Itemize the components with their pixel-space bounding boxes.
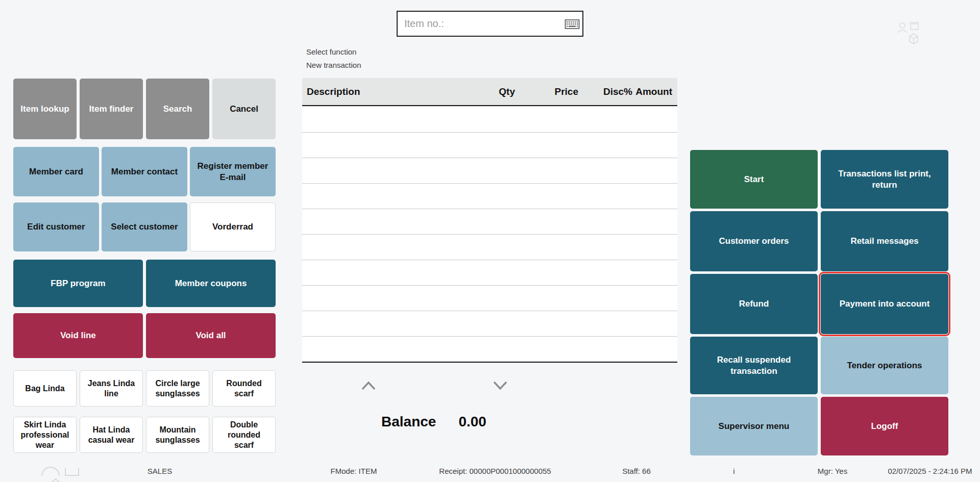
table-row: [302, 260, 677, 286]
status-message-new-transaction: New transaction: [306, 61, 361, 69]
button-circle-large-sunglasses[interactable]: Circle large sunglasses: [146, 370, 209, 407]
factory-icon: [911, 22, 918, 30]
status-receipt-number: Receipt: 00000P0001000000055: [439, 466, 551, 476]
table-row: [302, 311, 677, 337]
button-refund[interactable]: Refund: [690, 274, 818, 334]
column-header-description: Description: [307, 86, 464, 97]
button-supervisor-menu[interactable]: Supervisor menu: [690, 397, 818, 455]
button-vorderrad[interactable]: Vorderrad: [190, 202, 276, 251]
status-message-select-function: Select function: [306, 47, 356, 56]
button-logoff[interactable]: Logoff: [821, 397, 948, 455]
balance-value: 0.00: [458, 413, 486, 430]
button-search[interactable]: Search: [146, 79, 209, 139]
status-datetime: 02/07/2025 - 2:24:16 PM: [887, 466, 973, 476]
keyboard-icon: [565, 19, 580, 30]
chevron-down-icon: [493, 380, 508, 391]
status-info-indicator: i: [733, 466, 734, 476]
table-row: [302, 337, 677, 362]
item-number-field-wrap: [397, 11, 583, 37]
column-header-amount: Amount: [632, 86, 672, 97]
table-row: [302, 184, 677, 209]
diamond-icon: [47, 479, 64, 482]
button-tender-operations[interactable]: Tender operations: [821, 337, 948, 394]
button-item-lookup[interactable]: Item lookup: [13, 79, 77, 139]
person-icon: [898, 23, 907, 33]
decorative-icons-bottom-left: [32, 458, 98, 482]
column-header-disc: Disc%: [578, 86, 632, 97]
button-member-card[interactable]: Member card: [13, 147, 99, 196]
column-header-qty: Qty: [464, 86, 515, 97]
scroll-up-button[interactable]: [360, 380, 377, 392]
button-transactions-list-print-return[interactable]: Transactions list print, return: [821, 150, 948, 209]
button-member-contact[interactable]: Member contact: [102, 147, 187, 196]
button-hat-linda-casual-wear[interactable]: Hat Linda casual wear: [80, 417, 143, 453]
arc-icon: [42, 467, 59, 476]
receipt-lines-area: [302, 107, 677, 363]
button-item-finder[interactable]: Item finder: [80, 79, 143, 139]
button-skirt-linda-professional-wear[interactable]: Skirt Linda professional wear: [13, 417, 77, 453]
button-jeans-linda-line[interactable]: Jeans Linda line: [80, 370, 143, 407]
button-void-line[interactable]: Void line: [13, 313, 143, 358]
item-number-input[interactable]: [397, 11, 583, 37]
button-retail-messages[interactable]: Retail messages: [821, 211, 948, 271]
scroll-down-button[interactable]: [492, 380, 508, 392]
status-fmode: FMode: ITEM: [331, 466, 377, 476]
status-register-mode: SALES: [148, 466, 172, 476]
button-cancel[interactable]: Cancel: [212, 79, 276, 139]
table-row: [302, 235, 677, 260]
status-staff: Staff: 66: [622, 466, 651, 476]
button-fbp-program[interactable]: FBP program: [13, 260, 143, 307]
button-rounded-scarf[interactable]: Rounded scarf: [212, 370, 276, 407]
square-icon: [65, 468, 79, 475]
table-row: [302, 107, 677, 133]
button-mountain-sunglasses[interactable]: Mountain sunglasses: [146, 417, 209, 453]
button-bag-linda[interactable]: Bag Linda: [13, 370, 77, 407]
status-manager: Mgr: Yes: [818, 466, 847, 476]
pos-sales-screen: Select function New transaction Descript…: [0, 0, 980, 482]
button-register-member-email[interactable]: Register member E-mail: [190, 147, 276, 196]
receipt-table-header: Description Qty Price Disc% Amount: [302, 78, 677, 106]
table-row: [302, 158, 677, 184]
button-customer-orders[interactable]: Customer orders: [690, 211, 818, 271]
button-select-customer[interactable]: Select customer: [102, 202, 187, 251]
table-row: [302, 133, 677, 158]
button-payment-into-account[interactable]: Payment into account: [821, 274, 948, 334]
balance-row: Balance 0.00: [381, 413, 486, 430]
decorative-icons-top-right: [896, 19, 933, 51]
button-void-all[interactable]: Void all: [146, 313, 276, 358]
button-recall-suspended-transaction[interactable]: Recall suspended transaction: [690, 337, 818, 394]
chevron-up-icon: [361, 380, 376, 391]
button-edit-customer[interactable]: Edit customer: [13, 202, 99, 251]
cube-icon: [910, 34, 918, 44]
column-header-price: Price: [515, 86, 578, 97]
table-row: [302, 286, 677, 311]
balance-label: Balance: [381, 413, 436, 430]
button-member-coupons[interactable]: Member coupons: [146, 260, 276, 307]
table-row: [302, 209, 677, 235]
button-start[interactable]: Start: [690, 150, 818, 209]
button-double-rounded-scarf[interactable]: Double rounded scarf: [212, 417, 276, 453]
